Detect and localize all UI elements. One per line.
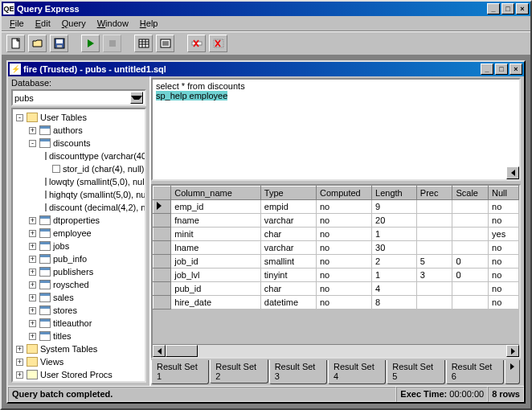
cell[interactable]: datetime (260, 296, 316, 310)
expand-icon[interactable]: + (29, 269, 36, 276)
cell[interactable] (416, 200, 452, 214)
menu-edit[interactable]: Edit (31, 17, 55, 30)
cell[interactable]: 2 (372, 255, 417, 269)
tree-item[interactable]: +sales (14, 291, 145, 304)
cell[interactable]: 8 (372, 296, 417, 310)
expand-icon[interactable]: + (16, 371, 23, 379)
cell[interactable]: job_id (171, 255, 261, 269)
expand-icon[interactable]: + (29, 127, 36, 134)
row-header-corner[interactable] (153, 187, 171, 200)
scroll-thumb[interactable] (166, 345, 198, 357)
column-header[interactable]: Column_name (171, 187, 261, 200)
cell[interactable] (452, 282, 489, 296)
cell[interactable]: 9 (372, 200, 417, 214)
column-header[interactable]: Length (372, 187, 417, 200)
cell[interactable]: no (489, 214, 519, 228)
menu-window[interactable]: Window (92, 17, 133, 30)
sql-editor[interactable]: select * from discounts sp_help employee (151, 78, 521, 181)
table-row[interactable]: lnamevarcharno30no (153, 241, 519, 255)
cell[interactable]: no (489, 282, 519, 296)
menu-query[interactable]: Query (57, 17, 91, 30)
cell[interactable] (452, 200, 489, 214)
tree-item[interactable]: discounttype (varchar(40), not null) (14, 150, 145, 162)
row-header[interactable] (153, 241, 171, 255)
combo-dropdown-icon[interactable] (130, 92, 143, 104)
scroll-left-icon[interactable] (153, 345, 166, 357)
cancel-row-icon[interactable] (187, 35, 206, 52)
expand-icon[interactable]: + (29, 217, 36, 224)
result-tab[interactable]: Result Set 2 (210, 359, 268, 383)
table-row[interactable]: job_lvltinyintno130no (153, 269, 519, 282)
expand-icon[interactable]: + (29, 294, 36, 301)
row-header[interactable] (153, 282, 171, 296)
table-row[interactable]: job_idsmallintno250no (153, 255, 519, 269)
tree-item[interactable]: discount (decimal(4,2), not null) (14, 201, 145, 214)
child-titlebar[interactable]: ⚡ fire (Trusted) - pubs - untitled1.sql … (8, 62, 524, 76)
run-icon[interactable] (81, 35, 100, 52)
cell[interactable]: no (316, 296, 371, 310)
results-grid[interactable]: Column_nameTypeComputedLengthPrecScaleNu… (151, 184, 521, 359)
column-header[interactable]: Prec (416, 187, 452, 200)
text-view-icon[interactable] (156, 35, 174, 52)
expand-icon[interactable]: + (29, 320, 36, 327)
expand-icon[interactable]: + (29, 243, 36, 250)
row-header[interactable] (153, 296, 171, 310)
cell[interactable]: varchar (260, 241, 316, 255)
cell[interactable]: yes (489, 228, 519, 241)
menu-help[interactable]: Help (135, 17, 163, 30)
cell[interactable]: no (489, 296, 519, 310)
titlebar[interactable]: QE Query Express _ □ × (2, 2, 530, 16)
minimize-button[interactable]: _ (487, 3, 500, 14)
row-header[interactable] (153, 269, 171, 282)
expand-icon[interactable]: + (29, 256, 36, 263)
cell[interactable]: no (316, 282, 371, 296)
child-close-button[interactable]: × (509, 64, 522, 75)
tree-item[interactable]: +System Tables (14, 342, 145, 355)
grid-view-icon[interactable] (134, 35, 153, 52)
cell[interactable] (416, 228, 452, 241)
tree-item[interactable]: +employee (14, 227, 145, 240)
cell[interactable] (452, 241, 489, 255)
cell[interactable]: no (316, 241, 371, 255)
tree-item[interactable]: +Views (14, 355, 145, 368)
expand-icon[interactable]: + (29, 307, 36, 314)
tree-item[interactable]: +titles (14, 330, 145, 342)
grid-hscrollbar[interactable] (153, 344, 519, 357)
tree-item[interactable]: stor_id (char(4), null) (14, 162, 145, 175)
cell[interactable] (452, 214, 489, 228)
column-header[interactable]: Scale (452, 187, 489, 200)
menu-file[interactable]: File (5, 17, 29, 30)
tree-item[interactable]: +stores (14, 304, 145, 317)
cell[interactable]: no (489, 200, 519, 214)
table-row[interactable]: minitcharno1yes (153, 228, 519, 241)
tree-item[interactable]: +authors (14, 124, 145, 137)
collapse-icon[interactable]: - (16, 114, 23, 121)
tree-item[interactable]: +titleauthor (14, 317, 145, 330)
expand-icon[interactable]: + (16, 359, 23, 366)
cell[interactable]: job_lvl (171, 269, 261, 282)
cell[interactable]: 5 (416, 255, 452, 269)
cell[interactable]: char (260, 282, 316, 296)
cell[interactable]: 20 (372, 214, 417, 228)
cell[interactable]: empid (260, 200, 316, 214)
cell[interactable]: smallint (260, 255, 316, 269)
editor-scroll-left-icon[interactable] (506, 166, 519, 179)
column-header[interactable]: Computed (316, 187, 371, 200)
expand-icon[interactable]: + (29, 281, 36, 289)
cell[interactable] (416, 241, 452, 255)
stop-icon[interactable] (103, 35, 121, 52)
cell[interactable]: 30 (372, 241, 417, 255)
cell[interactable]: no (489, 255, 519, 269)
tab-scroll-right-icon[interactable] (505, 360, 520, 384)
cell[interactable]: pub_id (171, 282, 261, 296)
tree-item[interactable]: +roysched (14, 278, 145, 291)
save-icon[interactable] (50, 35, 68, 52)
expand-icon[interactable]: + (16, 346, 23, 353)
table-row[interactable]: fnamevarcharno20no (153, 214, 519, 228)
cell[interactable]: minit (171, 228, 261, 241)
collapse-icon[interactable]: - (29, 140, 36, 147)
cell[interactable]: tinyint (260, 269, 316, 282)
cell[interactable]: char (260, 228, 316, 241)
tree-item[interactable]: lowqty (smallint(5,0), null) (14, 175, 145, 188)
cell[interactable]: 0 (452, 255, 489, 269)
